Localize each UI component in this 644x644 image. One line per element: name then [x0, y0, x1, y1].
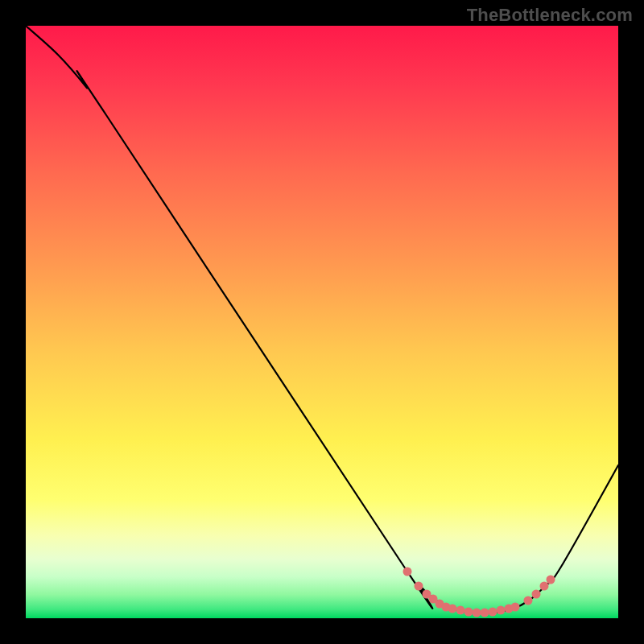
chart-frame: TheBottleneck.com [0, 0, 644, 644]
curve-marker [532, 590, 541, 599]
curve-marker [473, 609, 481, 617]
curve-marker [547, 576, 555, 584]
curve-marker [481, 609, 489, 617]
watermark-text: TheBottleneck.com [467, 5, 633, 26]
curve-marker [456, 606, 465, 615]
curve-marker [524, 597, 533, 605]
bottleneck-curve [26, 26, 618, 613]
curve-marker [448, 605, 457, 613]
curve-marker [403, 568, 412, 576]
curve-marker [511, 603, 520, 612]
curve-marker [489, 608, 497, 617]
curve-marker [540, 582, 549, 591]
curve-layer [26, 26, 618, 618]
curve-markers [403, 568, 555, 617]
plot-area [26, 26, 618, 618]
curve-marker [415, 582, 423, 591]
curve-marker [497, 606, 506, 615]
curve-marker [464, 608, 473, 617]
